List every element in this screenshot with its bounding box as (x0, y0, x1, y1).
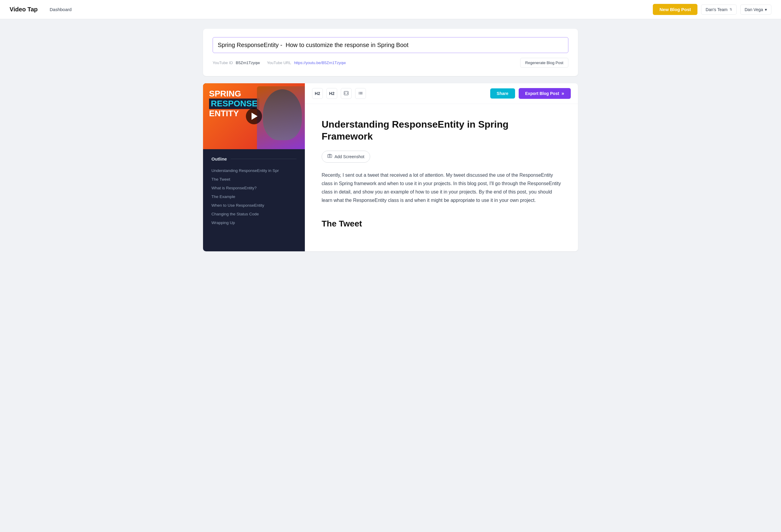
user-selector[interactable]: Dan Vega ▾ (740, 4, 772, 15)
content-area: SPRING RESPONSE ENTITY Outline Understan… (203, 83, 578, 251)
toolbar-h2-button-2[interactable]: H2 (326, 88, 337, 99)
svg-point-5 (359, 93, 359, 93)
list-icon (358, 91, 363, 96)
team-name-label: Dan's Team (705, 7, 727, 12)
toolbar-list-button[interactable] (355, 88, 366, 99)
svg-rect-7 (328, 155, 332, 158)
title-card: YouTube ID B5Zrn1Tzyqw YouTube URL https… (203, 29, 578, 76)
section-the-tweet: The Tweet (322, 219, 561, 229)
code-icon (344, 91, 348, 96)
post-body-text: Recently, I sent out a tweet that receiv… (322, 171, 561, 205)
svg-point-8 (329, 156, 331, 157)
blog-title-input[interactable] (213, 37, 568, 53)
editor-area: H2 H2 (305, 83, 578, 251)
svg-point-6 (359, 94, 359, 94)
add-screenshot-button[interactable]: Add Screenshot (322, 151, 370, 163)
sidebar: SPRING RESPONSE ENTITY Outline Understan… (203, 83, 305, 251)
outline-item-4[interactable]: The Example (211, 192, 296, 201)
editor-content: Understanding ResponseEntity in Spring F… (305, 104, 578, 251)
post-main-title: Understanding ResponseEntity in Spring F… (322, 118, 561, 142)
header-actions: New Blog Post Dan's Team ⇅ Dan Vega ▾ (653, 4, 771, 15)
app-header: Video Tap Dashboard New Blog Post Dan's … (0, 0, 781, 19)
regenerate-blog-post-button[interactable]: Regenerate Blog Post (520, 58, 568, 68)
title-meta: YouTube ID B5Zrn1Tzyqw YouTube URL https… (213, 58, 568, 68)
youtube-id-value: B5Zrn1Tzyqw (236, 60, 260, 65)
export-blog-post-button[interactable]: Export Blog Post » (519, 88, 571, 99)
team-selector[interactable]: Dan's Team ⇅ (701, 4, 736, 15)
user-chevron-icon: ▾ (765, 7, 767, 12)
main-nav: Dashboard (50, 7, 653, 12)
outline-item-6[interactable]: Changing the Status Code (211, 210, 296, 218)
share-button[interactable]: Share (490, 88, 515, 98)
youtube-url-label: YouTube URL https://youtu.be/B5Zrn1Tzyqw (267, 60, 346, 65)
outline-item-2[interactable]: The Tweet (211, 175, 296, 183)
nav-dashboard[interactable]: Dashboard (50, 7, 72, 12)
video-play-button[interactable] (246, 108, 262, 124)
screenshot-icon (327, 154, 332, 160)
outline-item-7[interactable]: Wrapping Up (211, 218, 296, 227)
export-arrows-icon: » (562, 91, 564, 96)
toolbar-code-button[interactable] (341, 88, 352, 99)
sidebar-outline: Outline Understanding ResponseEntity in … (203, 149, 305, 234)
youtube-id-label: YouTube ID B5Zrn1Tzyqw (213, 60, 260, 65)
video-thumbnail[interactable]: SPRING RESPONSE ENTITY (203, 83, 305, 149)
toolbar-h2-button-1[interactable]: H2 (312, 88, 323, 99)
new-blog-post-button[interactable]: New Blog Post (653, 4, 697, 15)
outline-item-1[interactable]: Understanding ResponseEntity in Spr (211, 166, 296, 175)
youtube-url-link[interactable]: https://youtu.be/B5Zrn1Tzyqw (294, 60, 346, 65)
editor-toolbar: H2 H2 (305, 83, 578, 104)
main-content: YouTube ID B5Zrn1Tzyqw YouTube URL https… (196, 19, 585, 261)
team-chevron-icon: ⇅ (730, 7, 732, 11)
app-logo: Video Tap (10, 6, 38, 13)
outline-item-5[interactable]: When to Use ResponseEntity (211, 201, 296, 210)
svg-point-4 (359, 92, 359, 92)
outline-list: Understanding ResponseEntity in Spr The … (211, 166, 296, 227)
person-head-body (263, 89, 302, 140)
user-name-label: Dan Vega (745, 7, 763, 12)
outline-title: Outline (211, 156, 296, 161)
outline-item-3[interactable]: What is ResponseEntity? (211, 183, 296, 192)
